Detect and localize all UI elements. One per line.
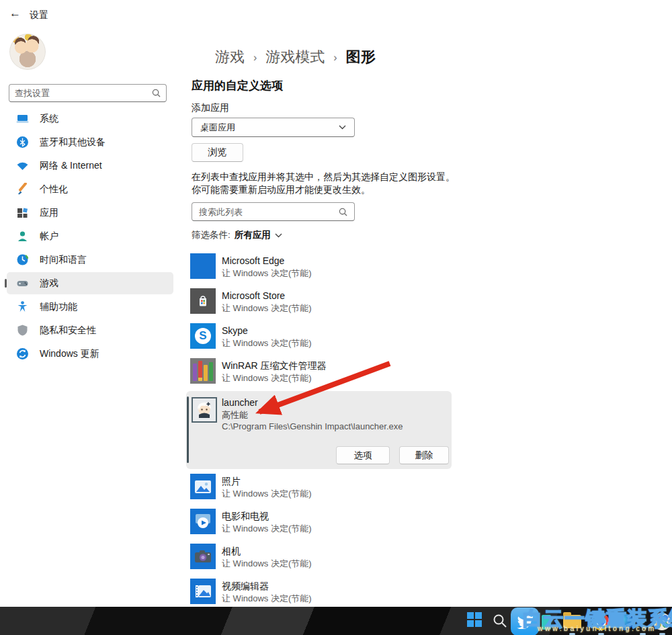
app-row-movies[interactable]: 电影和电视 让 Windows 决定(节能): [190, 509, 454, 536]
taskbar-search-icon[interactable]: [493, 613, 507, 628]
sidebar-item-label: 应用: [40, 207, 58, 219]
app-name: Microsoft Edge: [222, 255, 284, 266]
search-icon: [339, 208, 347, 216]
selected-indicator: [5, 279, 7, 288]
list-search-input[interactable]: [199, 207, 339, 217]
apps-icon: [16, 206, 29, 219]
photos-app-icon: [190, 474, 216, 499]
video-editor-app-icon: [190, 579, 216, 604]
app-path: C:\Program Files\Genshin Impact\launcher…: [222, 421, 403, 431]
browse-button[interactable]: 浏览: [192, 143, 243, 162]
skype-letter: S: [195, 328, 211, 344]
list-search-box[interactable]: [192, 202, 355, 221]
app-status: 让 Windows 决定(节能): [222, 488, 312, 500]
search-icon: [152, 89, 161, 97]
sidebar-item-label: 时间和语言: [40, 254, 87, 266]
app-row-skype[interactable]: S Skype 让 Windows 决定(节能): [190, 323, 454, 351]
app-status: 让 Windows 决定(节能): [222, 337, 312, 349]
sidebar-item-label: 帐户: [40, 230, 58, 243]
app-status: 让 Windows 决定(节能): [222, 593, 312, 605]
page-title: 应用的自定义选项: [192, 78, 283, 93]
sidebar-item-time-language[interactable]: 时间和语言: [7, 249, 173, 271]
sidebar-item-gaming[interactable]: 游戏: [7, 272, 173, 294]
app-row-photos[interactable]: 照片 让 Windows 决定(节能): [190, 474, 454, 501]
watermark-url: www.baiyunxitong.com: [538, 624, 657, 632]
app-row-edge[interactable]: Microsoft Edge 让 Windows 决定(节能): [190, 253, 454, 281]
app-name: Microsoft Store: [222, 290, 285, 301]
sidebar-item-accounts[interactable]: 帐户: [7, 225, 173, 247]
skype-app-icon: S: [190, 323, 216, 349]
shield-icon: [16, 324, 29, 337]
options-button[interactable]: 选项: [336, 446, 390, 464]
app-row-video-editor[interactable]: 视频编辑器 让 Windows 决定(节能): [190, 579, 454, 606]
app-type-value: 桌面应用: [200, 122, 235, 134]
remove-button[interactable]: 删除: [399, 446, 449, 464]
bluetooth-icon: [16, 136, 29, 149]
sidebar-item-system[interactable]: 系统: [7, 108, 173, 130]
app-name: WinRAR 压缩文件管理器: [222, 360, 327, 372]
filter-label: 筛选条件:: [192, 229, 230, 241]
sidebar-item-personalization[interactable]: 个性化: [7, 178, 173, 200]
app-name: 相机: [222, 546, 241, 558]
sidebar-item-label: 辅助功能: [40, 301, 77, 313]
app-status: 让 Windows 决定(节能): [222, 302, 312, 314]
sidebar-item-privacy[interactable]: 隐私和安全性: [7, 319, 173, 341]
sidebar-item-bluetooth[interactable]: 蓝牙和其他设备: [7, 131, 173, 153]
windows-start-button[interactable]: [467, 612, 482, 627]
sidebar-item-label: Windows 更新: [40, 348, 99, 360]
app-status: 让 Windows 决定(节能): [222, 523, 312, 535]
app-name: launcher: [222, 397, 258, 408]
breadcrumb-separator: ›: [333, 50, 337, 64]
winrar-book: [209, 362, 213, 381]
accessibility-icon: [16, 300, 29, 313]
sidebar-item-label: 网络 & Internet: [40, 160, 102, 172]
sidebar-item-windows-update[interactable]: Windows 更新: [7, 343, 173, 365]
sidebar-item-network[interactable]: 网络 & Internet: [7, 155, 173, 177]
app-name: 视频编辑器: [222, 581, 269, 593]
filter-value: 所有应用: [235, 229, 271, 241]
chevron-down-icon: [275, 233, 282, 238]
winrar-app-icon: [190, 358, 216, 384]
breadcrumb-separator: ›: [253, 50, 257, 64]
user-avatar[interactable]: [9, 34, 46, 70]
gamepad-icon: [16, 277, 29, 290]
app-card-launcher[interactable]: launcher 高性能 C:\Program Files\Genshin Im…: [186, 391, 452, 469]
app-row-camera[interactable]: 相机 让 Windows 决定(节能): [190, 544, 454, 571]
account-icon: [16, 230, 29, 243]
brush-icon: [16, 183, 29, 196]
app-row-winrar[interactable]: WinRAR 压缩文件管理器 让 Windows 决定(节能): [190, 358, 454, 386]
chevron-down-icon: [339, 125, 346, 130]
app-status: 高性能: [222, 409, 248, 421]
scrollbar[interactable]: [187, 396, 189, 463]
sidebar-item-label: 游戏: [40, 278, 58, 290]
sidebar-item-label: 隐私和安全性: [40, 325, 96, 337]
breadcrumb-graphics: 图形: [346, 47, 376, 67]
app-name: 照片: [222, 476, 241, 488]
winrar-book: [198, 361, 203, 381]
edge-app-icon: [190, 253, 216, 279]
breadcrumb-game-mode[interactable]: 游戏模式: [265, 47, 325, 67]
app-type-dropdown[interactable]: 桌面应用: [192, 118, 355, 137]
movies-tv-app-icon: [190, 509, 216, 534]
app-status: 让 Windows 决定(节能): [222, 372, 312, 384]
wifi-icon: [16, 159, 29, 172]
app-name: 电影和电视: [222, 511, 269, 523]
camera-app-icon: [190, 544, 216, 569]
winrar-book: [204, 365, 208, 381]
update-icon: [16, 347, 29, 360]
sidebar-item-accessibility[interactable]: 辅助功能: [7, 296, 173, 318]
app-row-store[interactable]: Microsoft Store 让 Windows 决定(节能): [190, 288, 454, 316]
sidebar-item-apps[interactable]: 应用: [7, 202, 173, 224]
launcher-app-icon: [192, 397, 217, 423]
app-name: Skype: [222, 325, 248, 336]
breadcrumb: 游戏 › 游戏模式 › 图形: [215, 47, 376, 67]
settings-search-box[interactable]: [9, 84, 167, 102]
sidebar-item-label: 系统: [40, 113, 58, 125]
back-icon[interactable]: ←: [9, 7, 21, 20]
filter-dropdown[interactable]: 筛选条件: 所有应用: [192, 229, 282, 241]
system-icon: [16, 112, 29, 125]
app-status: 让 Windows 决定(节能): [222, 558, 312, 570]
breadcrumb-gaming[interactable]: 游戏: [215, 47, 245, 67]
app-status: 让 Windows 决定(节能): [222, 267, 312, 280]
settings-search-input[interactable]: [15, 88, 152, 98]
